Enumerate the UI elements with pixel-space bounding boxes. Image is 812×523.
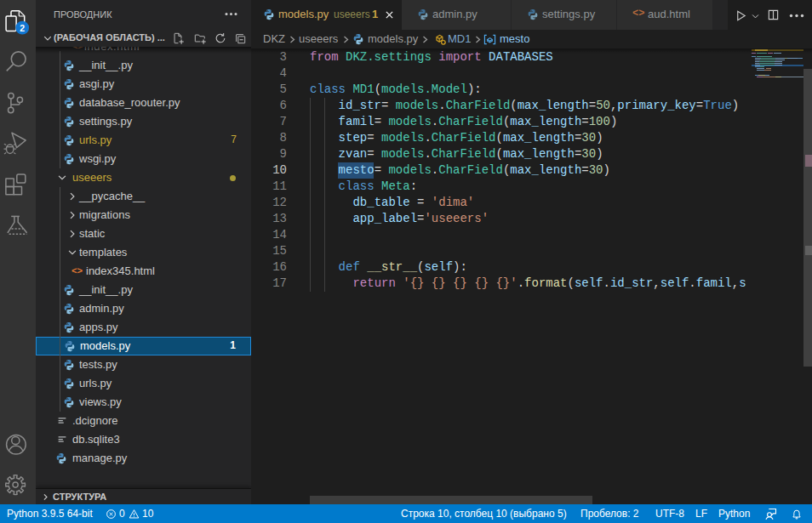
- svg-text:2: 2: [20, 23, 25, 33]
